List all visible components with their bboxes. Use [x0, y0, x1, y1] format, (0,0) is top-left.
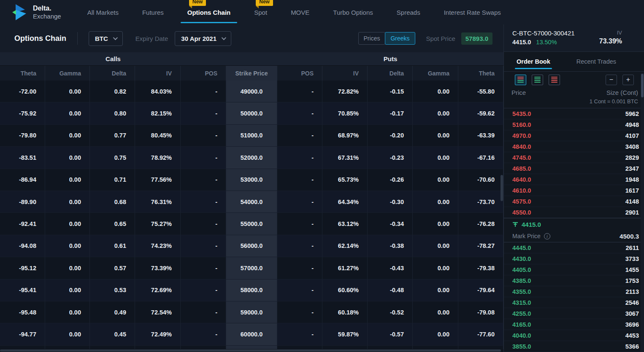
option-row[interactable]	[0, 346, 503, 349]
option-row[interactable]: -92.410.000.6575.27%-55000.0-63.12%-0.34…	[0, 213, 503, 235]
nav-item-spot[interactable]: New Spot	[254, 9, 267, 16]
order-book-bid-row[interactable]: 4430.0 3733	[504, 253, 644, 264]
option-row[interactable]: -95.480.000.4972.54%-59000.0-60.18%-0.52…	[0, 301, 503, 323]
ask-price[interactable]: 4575.0	[512, 198, 531, 205]
order-book-bid-row[interactable]: 4405.0 1455	[504, 264, 644, 275]
cell-strike: 58000.0	[226, 279, 277, 301]
nav-item-all-markets[interactable]: All Markets	[87, 9, 119, 16]
order-book-ask-row[interactable]: 5160.0 4948	[504, 119, 644, 130]
order-book-ask-row[interactable]: 4550.0 2901	[504, 207, 644, 218]
cell-strike: 60000.0	[226, 323, 277, 345]
order-book-bid-row[interactable]: 3855.0 5366	[504, 341, 644, 352]
bid-price[interactable]: 4385.0	[512, 277, 531, 284]
nav-item-spreads[interactable]: Spreads	[397, 9, 420, 16]
vertical-scrollbar-thumb[interactable]	[501, 175, 503, 201]
tab-order-book[interactable]: Order Book	[517, 52, 550, 71]
cell-put-pos: -	[277, 169, 322, 191]
cell-put-gamma: 0.00	[413, 301, 458, 323]
ask-price[interactable]: 4970.0	[512, 132, 531, 139]
cell-put-iv: 60.18%	[322, 301, 368, 323]
prices-toggle-button[interactable]: Prices	[358, 32, 386, 45]
ask-price[interactable]: 4550.0	[512, 209, 531, 216]
bid-size: 5366	[625, 343, 639, 350]
ask-price[interactable]: 5435.0	[512, 110, 531, 117]
order-book-ask-row[interactable]: 5435.0 5962	[504, 108, 644, 119]
order-book-bid-row[interactable]: 4355.0 2113	[504, 286, 644, 297]
info-icon[interactable]: i	[544, 233, 550, 239]
bid-price[interactable]: 4040.0	[512, 332, 531, 339]
option-row[interactable]: -75.920.000.8082.15%-50000.0-70.85%-0.17…	[0, 102, 503, 124]
order-book-bid-row[interactable]: 4255.0 3067	[504, 308, 644, 319]
cell-call-gamma: 0.00	[45, 125, 90, 147]
nav-item-move[interactable]: MOVE	[291, 9, 309, 16]
order-book-ask-row[interactable]: 4685.0 2347	[504, 163, 644, 174]
order-book-bid-row[interactable]: 4445.0 2611	[504, 242, 644, 253]
nav-item-options-chain[interactable]: New Options Chain	[187, 9, 231, 16]
depth-view-combined-button[interactable]	[515, 75, 526, 85]
asset-select[interactable]: BTC	[89, 31, 123, 46]
instrument-header: C-BTC-57000-300421 4415.0 13.50% IV 73.3…	[504, 24, 644, 52]
ask-price[interactable]: 4840.0	[512, 143, 531, 150]
panel-scrollbar[interactable]	[641, 73, 644, 352]
order-book-bid-row[interactable]: 4040.0 4453	[504, 330, 644, 341]
depth-view-bids-button[interactable]	[532, 75, 543, 85]
ask-price[interactable]: 4640.0	[512, 176, 531, 183]
order-book-bid-row[interactable]: 4385.0 1753	[504, 275, 644, 286]
tab-recent-trades[interactable]: Recent Trades	[576, 52, 616, 71]
option-row[interactable]: -86.940.000.7177.56%-53000.0-65.73%-0.26…	[0, 169, 503, 191]
order-book-bid-row[interactable]: 4165.0 3696	[504, 319, 644, 330]
nav-item-turbo-options[interactable]: Turbo Options	[333, 9, 373, 16]
horizontal-scrollbar-thumb[interactable]	[0, 349, 501, 352]
bid-size: 3067	[625, 310, 639, 317]
ask-price[interactable]: 4685.0	[512, 165, 531, 172]
bid-price[interactable]: 4165.0	[512, 321, 531, 328]
cell-put-pos: -	[277, 323, 322, 345]
order-book-asks: 5435.0 5962 5160.0 4948 4970.0 4107 4840…	[504, 108, 644, 218]
bid-price[interactable]: 4430.0	[512, 255, 531, 262]
order-book-ask-row[interactable]: 4745.0 2829	[504, 152, 644, 163]
order-book-bid-row[interactable]: 4315.0 2546	[504, 297, 644, 308]
decrease-precision-button[interactable]: −	[606, 75, 617, 85]
ask-price[interactable]: 4610.0	[512, 187, 531, 194]
expiry-date-select[interactable]: 30 Apr 2021	[175, 31, 231, 46]
cell-call-gamma: 0.00	[45, 213, 90, 235]
depth-header: Price Size (Cont) 1 Cont = 0.001 BTC	[504, 88, 644, 108]
option-row[interactable]: -95.410.000.5372.69%-58000.0-60.60%-0.48…	[0, 279, 503, 301]
cell-strike: 51000.0	[226, 125, 277, 147]
ask-price[interactable]: 5160.0	[512, 121, 531, 128]
increase-precision-button[interactable]: +	[622, 75, 634, 85]
delta-exchange-logo[interactable]: Delta. Exchange	[12, 3, 61, 21]
option-row[interactable]: -89.900.000.6876.31%-54000.0-64.34%-0.30…	[0, 191, 503, 213]
cell-call-pos: -	[181, 147, 226, 169]
nav-item-interest-rate-swaps[interactable]: Interest Rate Swaps	[444, 9, 501, 16]
option-row[interactable]: -83.510.000.7578.92%-52000.0-67.31%-0.23…	[0, 147, 503, 169]
cell-call-iv: 73.39%	[135, 257, 181, 279]
panel-scrollbar-thumb[interactable]	[641, 74, 644, 97]
order-book-ask-row[interactable]: 4840.0 3408	[504, 141, 644, 152]
ask-price[interactable]: 4745.0	[512, 154, 531, 161]
bid-price[interactable]: 4445.0	[512, 245, 531, 251]
cell-call-iv: 82.15%	[135, 102, 181, 124]
option-row[interactable]: -79.800.000.7780.45%-51000.0-68.97%-0.20…	[0, 125, 503, 147]
greeks-toggle-button[interactable]: Greeks	[385, 32, 415, 45]
option-row[interactable]: -94.080.000.6174.23%-56000.0-62.14%-0.38…	[0, 235, 503, 257]
bid-price[interactable]: 4315.0	[512, 299, 531, 306]
ask-size: 5962	[625, 110, 639, 117]
cell-call-theta: -95.41	[0, 279, 45, 301]
order-book-ask-row[interactable]: 4575.0 4148	[504, 196, 644, 207]
order-book-ask-row[interactable]: 4610.0 1617	[504, 185, 644, 196]
option-row[interactable]: -72.000.000.8284.03%-49000.0-72.82%-0.15…	[0, 81, 503, 102]
bid-price[interactable]: 4255.0	[512, 310, 531, 317]
option-row[interactable]: -94.770.000.4572.49%-60000.0-59.87%-0.57…	[0, 323, 503, 345]
depth-view-asks-button[interactable]	[549, 75, 560, 85]
order-book-ask-row[interactable]: 4970.0 4107	[504, 130, 644, 141]
horizontal-scrollbar[interactable]	[0, 349, 503, 352]
nav-item-futures[interactable]: Futures	[142, 9, 164, 16]
cell-strike: 59000.0	[226, 301, 277, 323]
order-book-ask-row[interactable]: 4640.0 1948	[504, 174, 644, 185]
bid-price[interactable]: 4405.0	[512, 266, 531, 273]
cell-call-delta: 0.82	[90, 81, 135, 102]
bid-price[interactable]: 4355.0	[512, 288, 531, 295]
bid-price[interactable]: 3855.0	[512, 343, 531, 350]
option-row[interactable]: -95.120.000.5773.39%-57000.0-61.27%-0.43…	[0, 257, 503, 279]
